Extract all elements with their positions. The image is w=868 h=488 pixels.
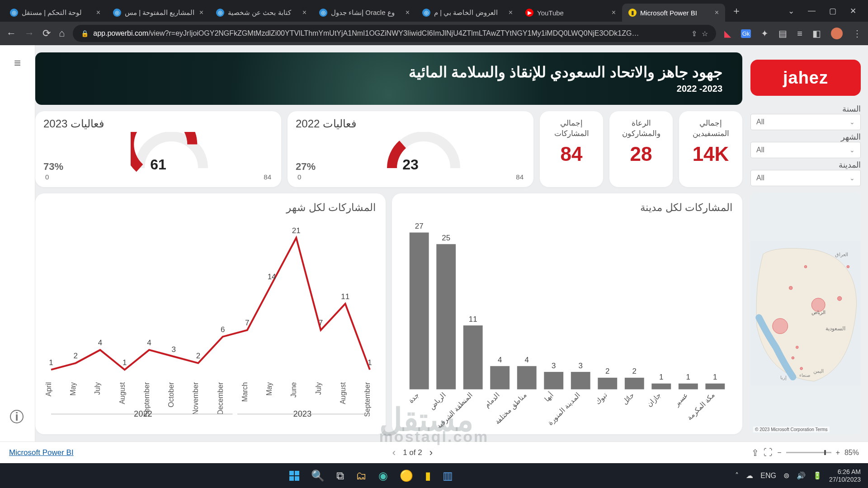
close-tab-icon[interactable]: × [406, 9, 410, 17]
address-bar[interactable]: 🔒 app.powerbi.com/view?r=eyJrIjoiOGY2NGF… [73, 25, 716, 42]
tab-title: YouTube [537, 9, 608, 17]
close-tab-icon[interactable]: × [302, 9, 307, 17]
translate-icon[interactable]: Gk [741, 29, 751, 38]
svg-text:11: 11 [341, 292, 349, 301]
close-window-icon[interactable]: ✕ [850, 6, 856, 16]
chrome-icon[interactable]: 🟡 [400, 469, 413, 482]
gauge-card[interactable]: فعاليات 2022 27% 23 084 [288, 111, 533, 187]
maximize-icon[interactable]: ▢ [829, 6, 836, 16]
svg-text:3: 3 [171, 345, 175, 354]
gauge-percent: 73% [43, 161, 63, 173]
stat-card[interactable]: الرعاة والمشاركون28 [609, 111, 673, 187]
profile-avatar[interactable] [831, 28, 843, 39]
svg-text:4: 4 [498, 356, 502, 364]
browser-tab[interactable]: ▮Microsoft Power BI× [622, 4, 725, 22]
onedrive-icon[interactable]: ☁ [746, 471, 753, 480]
stat-card[interactable]: إجمالي المشاركات84 [540, 111, 603, 187]
page-indicator: 1 of 2 [403, 448, 422, 457]
home-icon[interactable]: ⌂ [59, 28, 65, 39]
bookmark-icon[interactable]: ☆ [702, 29, 708, 38]
stat-card[interactable]: إجمالي المتسفيدين14K [679, 111, 742, 187]
stat-label: الرعاة والمشاركون [614, 118, 668, 139]
info-icon[interactable]: i [10, 410, 24, 423]
browser-tab[interactable]: ◎كتابة بحث عن شخصية× [210, 4, 313, 22]
kebab-menu-icon[interactable]: ⋮ [853, 28, 862, 39]
powerbi-desktop-icon[interactable]: ▮ [425, 469, 431, 482]
browser-tab[interactable]: ◎المشاريع المفتوحة | مس× [107, 4, 210, 22]
zoom-slider[interactable] [786, 452, 831, 453]
svg-text:14: 14 [268, 272, 276, 281]
next-page-button[interactable]: › [429, 447, 433, 459]
svg-text:2022: 2022 [134, 409, 152, 418]
slicer-value: All [756, 174, 764, 182]
reload-icon[interactable]: ⟳ [42, 28, 51, 39]
svg-text:December: December [217, 382, 224, 415]
share-url-icon[interactable]: ⇪ [691, 29, 697, 38]
svg-text:4: 4 [147, 338, 151, 347]
close-tab-icon[interactable]: × [199, 9, 203, 17]
notepad-icon[interactable]: ▥ [443, 469, 453, 482]
gauge-max: 84 [516, 173, 524, 181]
pocket-icon[interactable]: ◣ [724, 28, 731, 39]
svg-rect-36 [517, 366, 537, 389]
svg-point-75 [800, 367, 803, 370]
new-tab-button[interactable]: ＋ [725, 4, 748, 18]
browser-tab[interactable]: ◎إنشاء جدول Oracle وع× [313, 4, 416, 22]
svg-text:1: 1 [713, 373, 717, 381]
svg-text:4: 4 [98, 338, 102, 347]
powerbi-link[interactable]: Microsoft Power BI [9, 448, 74, 457]
svg-text:11: 11 [469, 315, 477, 324]
window-dropdown-icon[interactable]: ⌄ [788, 6, 794, 16]
browser-tab[interactable]: ◎لوحة التحكم | مستقل× [4, 4, 107, 22]
svg-text:September: September [363, 382, 371, 417]
close-tab-icon[interactable]: × [612, 9, 616, 17]
back-icon[interactable]: ← [6, 28, 16, 39]
tab-overview-icon[interactable]: ◧ [812, 28, 821, 39]
zoom-out-button[interactable]: − [777, 449, 781, 457]
tray-overflow-icon[interactable]: ˄ [735, 471, 739, 480]
close-tab-icon[interactable]: × [715, 9, 719, 17]
minimize-icon[interactable]: — [808, 6, 816, 16]
explorer-icon[interactable]: 🗂 [356, 469, 367, 482]
slicer-dropdown[interactable]: All⌄ [750, 114, 861, 130]
tab-title: العروض الخاصة بي | م [434, 9, 505, 17]
bar-chart[interactable]: المشاركات لكل مدينة272511443322111جدةالر… [392, 193, 742, 434]
svg-rect-39 [598, 378, 617, 389]
zoom-in-button[interactable]: + [836, 449, 840, 457]
svg-text:4: 4 [525, 356, 529, 364]
share-report-icon[interactable]: ⇪ [751, 447, 759, 458]
browser-tab[interactable]: ◎العروض الخاصة بي | م× [416, 4, 519, 22]
battery-icon[interactable]: 🔋 [813, 471, 822, 480]
lock-icon: 🔒 [81, 30, 89, 37]
close-tab-icon[interactable]: × [509, 9, 513, 17]
svg-text:جدة: جدة [407, 391, 420, 405]
svg-rect-34 [463, 325, 483, 389]
wifi-icon[interactable]: ⊚ [783, 471, 789, 480]
slicer-dropdown[interactable]: All⌄ [750, 170, 861, 186]
reading-list-icon[interactable]: ▤ [778, 28, 787, 39]
line-chart[interactable]: المشاركات لكل شهر 12414326714217111April… [35, 193, 386, 434]
extensions-icon[interactable]: ✦ [761, 28, 769, 39]
svg-text:June: June [290, 382, 297, 398]
fullscreen-icon[interactable]: ⛶ [764, 447, 773, 458]
search-taskbar-icon[interactable]: 🔍 [311, 469, 325, 482]
task-view-icon[interactable]: ⧉ [336, 469, 344, 482]
svg-text:2: 2 [632, 367, 637, 375]
svg-point-73 [804, 265, 807, 268]
language-indicator[interactable]: ENG [760, 472, 776, 480]
start-icon[interactable] [289, 471, 299, 481]
clock[interactable]: 6:26 AM27/10/2023 [829, 468, 861, 483]
svg-text:3: 3 [579, 361, 583, 370]
browser-tab[interactable]: ▶YouTube× [519, 4, 622, 22]
slicer-dropdown[interactable]: All⌄ [750, 142, 861, 158]
prev-page-button[interactable]: ‹ [392, 447, 396, 459]
edge-icon[interactable]: ◉ [378, 469, 388, 482]
gauge-card[interactable]: فعاليات 2023 73% 61 084 [35, 111, 281, 187]
side-panel-icon[interactable]: ≡ [797, 28, 802, 39]
svg-text:حائل: حائل [621, 391, 636, 406]
map-visual[interactable]: العراق الرياض السعودية اليمن صنعاء إريا … [750, 192, 861, 434]
close-tab-icon[interactable]: × [96, 9, 100, 17]
sidebar-toggle-icon[interactable]: ≡ [14, 56, 21, 441]
report-header: جهود جاهز والاتحاد السعودي للإنقاذ والسل… [35, 52, 742, 105]
volume-icon[interactable]: 🔊 [797, 471, 806, 480]
